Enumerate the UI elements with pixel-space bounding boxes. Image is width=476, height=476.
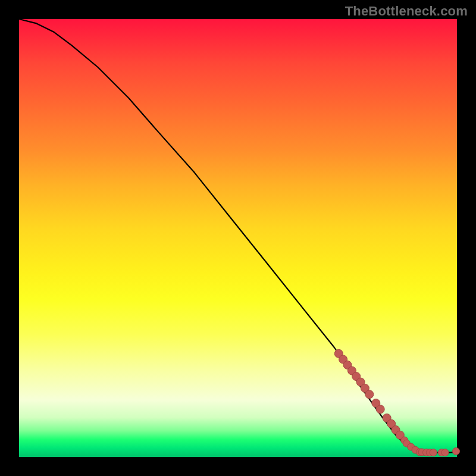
plot-area <box>19 19 457 457</box>
data-point <box>365 390 374 399</box>
data-point <box>430 449 437 456</box>
data-dots <box>334 349 459 456</box>
data-point <box>453 447 460 455</box>
chart-svg <box>19 19 457 457</box>
watermark-text: TheBottleneck.com <box>345 4 468 19</box>
bottleneck-curve <box>19 19 457 453</box>
chart-stage: TheBottleneck.com <box>0 0 476 476</box>
data-point <box>376 405 384 414</box>
data-point <box>441 449 449 456</box>
